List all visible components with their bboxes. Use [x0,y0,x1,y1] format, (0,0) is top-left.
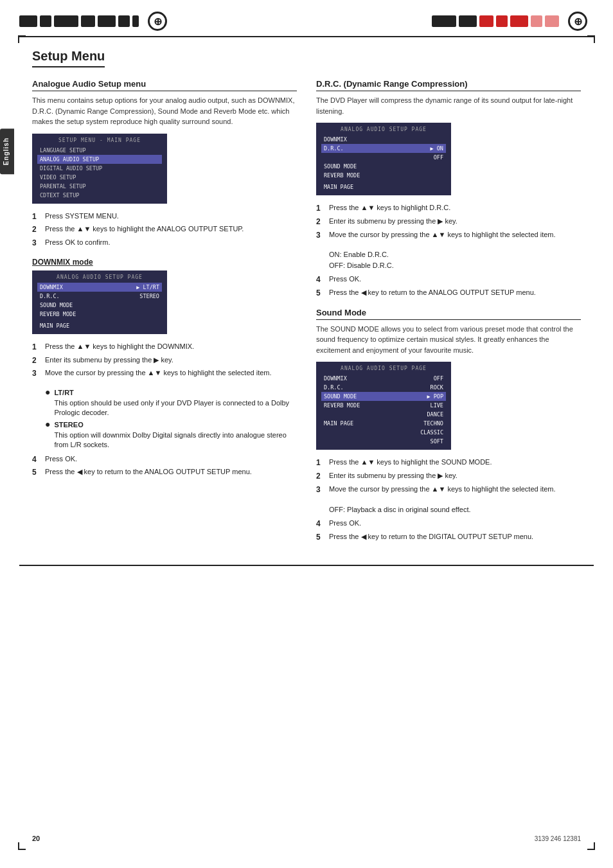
sm-sound-mode: SOUND MODE ▶ POP [321,392,446,401]
main-page-row-small: MAIN PAGE [37,321,162,330]
sm-steps-list: 1 Press the ▲▼ keys to highlight the SOU… [316,457,581,495]
drcstep-text-5: Press the ◀ key to return to the ANALOG … [329,288,536,299]
drcstep-text-4: Press OK. [329,274,361,285]
sm-reverb-val: LIVE [431,402,443,409]
smstep-num-3: 3 [316,484,325,495]
sm-reverb-label: REVERB MODE [324,402,360,409]
menu-analog-audio-setup: ANALOG AUDIO SETUP [37,155,162,164]
drcstep-num-2: 2 [316,217,325,227]
bar-seg-3 [54,15,78,27]
downmix-label: DOWNMIX [40,284,63,290]
right-bar-group: ⊕ [432,12,594,31]
smstep-num-4: 4 [316,518,325,529]
stereo-bullet: ● STEREOThis option will downmix Dolby D… [45,420,297,450]
step-text-2: Press the ▲▼ keys to highlight the ANALO… [45,224,244,235]
step-num-2: 2 [32,224,41,235]
main-page-label-small: MAIN PAGE [40,323,69,329]
reverb-label-small: REVERB MODE [40,311,76,317]
smstep-text-3: Move the cursor by pressing the ▲▼ keys … [329,484,556,495]
downmix-screen: ANALOG AUDIO SETUP PAGE DOWNMIX ▶ LT/RT … [32,270,167,334]
menu-parental-setup: PARENTAL SETUP [37,182,162,191]
drc-screen-downmix-label: DOWNMIX [324,136,347,143]
reverb-row-small: REVERB MODE [37,310,162,319]
bar-seg-4 [81,15,95,27]
sm-soft-val: SOFT [431,438,443,445]
page-border-bottom [19,565,594,566]
smstep-num-1: 1 [316,457,325,468]
sm-sound-label: SOUND MODE [324,393,357,400]
bar-seg-5 [98,15,116,27]
downmix-row: DOWNMIX ▶ LT/RT [37,283,162,292]
drc-step-3: 3 Move the cursor by pressing the ▲▼ key… [316,230,581,241]
drc-screen-main-label: MAIN PAGE [324,184,353,190]
sm-step-3: 3 Move the cursor by pressing the ▲▼ key… [316,484,581,495]
downmix-step-4: 4 Press OK. [32,454,297,465]
sm-sound-val: ▶ POP [427,393,443,400]
sm-reverb: REVERB MODE LIVE [321,401,446,410]
main-menu-screen: SETUP MENU - MAIN PAGE LANGUAGE SETUP AN… [32,134,167,204]
sm-techno-val: TECHNO [423,420,443,427]
sound-mode-section-title: Sound Mode [316,308,581,320]
product-number: 3139 246 12381 [535,835,581,842]
sm-main-page: MAIN PAGE TECHNO [321,419,446,428]
dstep-num-1: 1 [32,342,41,353]
bar-seg-r4 [496,15,508,27]
left-column: Analogue Audio Setup menu This menu cont… [32,79,297,552]
downmix-end-steps: 4 Press OK. 5 Press the ◀ key to return … [32,454,297,479]
step-text-1: Press SYSTEM MENU. [45,211,119,222]
dstep-text-2: Enter its submenu by pressing the ▶ key. [45,355,173,366]
smstep-num-2: 2 [316,471,325,482]
step-text-3: Press OK to confirm. [45,238,110,249]
corner-bracket-bl [18,842,26,850]
drc-off-text: OFF: Disable D.R.C. [329,260,581,271]
compass-icon-right: ⊕ [568,12,587,31]
bullet-dot-stereo: ● [45,420,50,450]
sm-classic: CLASSIC [321,428,446,437]
menu-language-setup: LANGUAGE SETUP [37,146,162,155]
drc-end-steps: 4 Press OK. 5 Press the ◀ key to return … [316,274,581,299]
drcstep-text-1: Press the ▲▼ keys to highlight D.R.C. [329,203,450,214]
dstep-text-4: Press OK. [45,454,77,465]
bullet-dot-ltrt: ● [45,387,50,418]
sm-step-4: 4 Press OK. [316,518,581,529]
bar-seg-7 [132,15,139,27]
drc-label-small: D.R.C. [40,293,60,299]
drc-screen-drc-label: D.R.C. [324,145,344,152]
bar-seg-r5 [510,15,528,27]
bar-seg-r3 [479,15,493,27]
top-bar-area: ⊕ ⊕ [0,0,613,31]
sound-mode-screen-title: ANALOG AUDIO SETUP PAGE [321,366,446,371]
step-3: 3 Press OK to confirm. [32,238,297,249]
drcstep-num-1: 1 [316,203,325,214]
downmix-value: ▶ LT/RT [136,284,159,290]
language-tab: English [0,128,14,174]
drc-screen-title: ANALOG AUDIO SETUP PAGE [321,127,446,132]
sm-soft: SOFT [321,437,446,446]
downmix-step-2: 2 Enter its submenu by pressing the ▶ ke… [32,355,297,366]
drcstep-num-5: 5 [316,288,325,299]
drc-screen-sound-label: SOUND MODE [324,163,357,170]
dstep-text-5: Press the ◀ key to return to the ANALOG … [45,467,252,478]
sm-classic-val: CLASSIC [420,429,443,436]
downmix-subtitle: DOWNMIX mode [32,258,297,267]
bar-seg-r6 [531,15,542,27]
page-title: Setup Menu [32,49,105,67]
smstep-text-2: Enter its submenu by pressing the ▶ key. [329,471,458,482]
sm-end-steps: 4 Press OK. 5 Press the ◀ key to return … [316,518,581,543]
dstep-num-5: 5 [32,467,41,478]
sm-drc-label: D.R.C. [324,384,344,391]
bar-seg-6 [118,15,130,27]
bar-seg-1 [19,15,37,27]
sm-downmix-val: OFF [434,375,443,382]
corner-bracket-tr [587,35,595,43]
drc-screen-main: MAIN PAGE [321,182,446,191]
dstep-num-2: 2 [32,355,41,366]
drc-step-5: 5 Press the ◀ key to return to the ANALO… [316,288,581,299]
drc-screen-drc-value: ▶ ON [431,145,443,152]
sm-dance-val: DANCE [427,411,443,418]
downmix-steps-list: 1 Press the ▲▼ keys to highlight the DOW… [32,342,297,379]
ltrt-text: LT/RTThis option should be used only if … [54,388,297,418]
drc-screen-off-value: OFF [434,154,443,161]
dstep-text-3: Move the cursor by pressing the ▲▼ keys … [45,368,272,379]
step-num-3: 3 [32,238,41,249]
